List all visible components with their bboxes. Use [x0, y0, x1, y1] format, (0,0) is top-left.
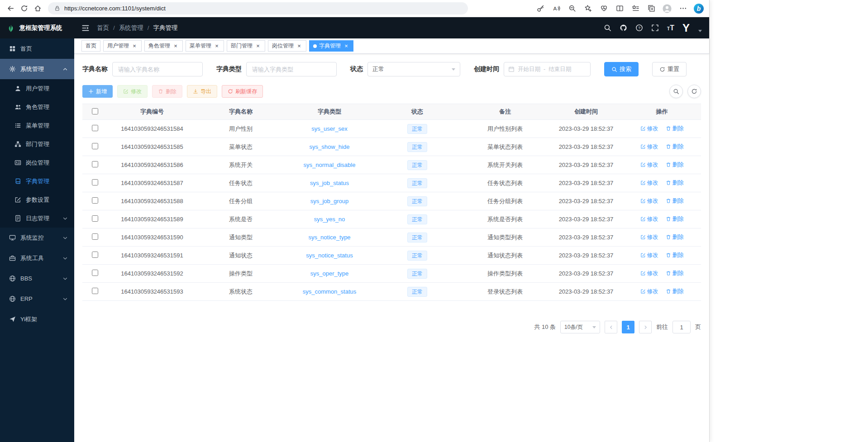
- delete-button[interactable]: 删除: [152, 85, 182, 98]
- font-size-button[interactable]: TT: [667, 24, 674, 32]
- dict-type-link[interactable]: sys_job_group: [310, 198, 349, 204]
- edit-button[interactable]: 修改: [117, 85, 148, 98]
- bing-chat-button[interactable]: b: [692, 2, 706, 15]
- refresh-table-button[interactable]: [687, 85, 701, 98]
- page-size-select[interactable]: 10条/页: [560, 321, 600, 333]
- user-logo[interactable]: Y: [682, 23, 689, 33]
- tab-home[interactable]: 首页: [81, 40, 100, 52]
- dict-type-link[interactable]: sys_job_status: [310, 180, 349, 186]
- row-edit-link[interactable]: 修改: [640, 215, 658, 223]
- address-bar[interactable]: https://ccnetcore.com:1101/system/dict: [48, 2, 468, 14]
- row-delete-link[interactable]: 删除: [666, 233, 684, 241]
- row-edit-link[interactable]: 修改: [640, 233, 658, 241]
- tab-close-icon[interactable]: [255, 43, 261, 49]
- row-edit-link[interactable]: 修改: [640, 179, 658, 187]
- dict-name-input[interactable]: [112, 62, 203, 76]
- export-button[interactable]: 导出: [187, 85, 217, 98]
- goto-page-input[interactable]: [672, 321, 691, 333]
- sidebar-item-home[interactable]: 首页: [0, 38, 74, 59]
- browser-essentials-button[interactable]: [597, 2, 610, 15]
- sidebar-toggle-button[interactable]: [81, 24, 90, 32]
- sidebar-item-log-mgmt[interactable]: 日志管理: [0, 209, 74, 228]
- row-checkbox[interactable]: [92, 233, 98, 240]
- favorites-button[interactable]: [629, 2, 642, 15]
- sidebar-item-param-settings[interactable]: 参数设置: [0, 190, 74, 209]
- sidebar-item-yi-framework[interactable]: Yi框架: [0, 309, 74, 329]
- row-checkbox[interactable]: [92, 161, 98, 167]
- row-delete-link[interactable]: 删除: [666, 125, 684, 133]
- reset-button[interactable]: 重置: [652, 62, 687, 76]
- page-1-button[interactable]: 1: [622, 321, 634, 333]
- next-page-button[interactable]: [639, 321, 652, 333]
- header-search-button[interactable]: [604, 24, 611, 32]
- tab-close-icon[interactable]: [296, 43, 302, 49]
- sidebar-item-menu-mgmt[interactable]: 菜单管理: [0, 116, 74, 135]
- tab-close-icon[interactable]: [214, 43, 220, 49]
- sidebar-item-system-monitor[interactable]: 系统监控: [0, 228, 74, 248]
- status-select[interactable]: 正常: [367, 62, 460, 76]
- tab-role-mgmt[interactable]: 角色管理: [144, 40, 183, 52]
- dict-type-link[interactable]: sys_yes_no: [314, 216, 345, 223]
- tab-dept-mgmt[interactable]: 部门管理: [227, 40, 265, 52]
- browser-back-button[interactable]: [4, 2, 17, 15]
- row-edit-link[interactable]: 修改: [640, 288, 658, 295]
- dict-type-input[interactable]: [246, 62, 337, 76]
- row-edit-link[interactable]: 修改: [640, 161, 658, 169]
- sidebar-item-erp[interactable]: ERP: [0, 289, 74, 309]
- breadcrumb-item-system[interactable]: 系统管理: [119, 24, 143, 32]
- row-delete-link[interactable]: 删除: [666, 161, 684, 169]
- tab-user-mgmt[interactable]: 用户管理: [103, 40, 142, 52]
- github-link-button[interactable]: [620, 24, 627, 32]
- row-delete-link[interactable]: 删除: [666, 252, 684, 259]
- read-aloud-button[interactable]: A: [549, 2, 563, 15]
- tab-close-icon[interactable]: [131, 43, 138, 49]
- row-checkbox[interactable]: [92, 252, 98, 258]
- row-delete-link[interactable]: 删除: [666, 197, 684, 205]
- browser-refresh-button[interactable]: [17, 2, 31, 15]
- row-checkbox[interactable]: [92, 125, 98, 131]
- prev-page-button[interactable]: [605, 321, 617, 333]
- date-range-picker[interactable]: 开始日期 - 结束日期: [504, 62, 591, 76]
- sidebar-item-system-tools[interactable]: 系统工具: [0, 248, 74, 268]
- sidebar-item-dept-mgmt[interactable]: 部门管理: [0, 135, 74, 153]
- row-edit-link[interactable]: 修改: [640, 125, 658, 133]
- row-checkbox[interactable]: [92, 179, 98, 185]
- row-checkbox[interactable]: [92, 143, 98, 149]
- dict-type-link[interactable]: sys_show_hide: [310, 143, 350, 150]
- toggle-search-button[interactable]: [669, 85, 683, 98]
- row-checkbox[interactable]: [92, 215, 98, 222]
- split-screen-button[interactable]: [613, 2, 626, 15]
- sidebar-item-bbs[interactable]: BBS: [0, 268, 74, 289]
- zoom-button[interactable]: [565, 2, 579, 15]
- row-checkbox[interactable]: [92, 270, 98, 276]
- sidebar-item-role-mgmt[interactable]: 角色管理: [0, 98, 74, 116]
- tab-dict-mgmt[interactable]: 字典管理: [309, 40, 353, 52]
- add-favorite-button[interactable]: [581, 2, 595, 15]
- search-button[interactable]: 搜索: [604, 62, 639, 76]
- passwords-button[interactable]: [534, 2, 547, 15]
- help-button[interactable]: ?: [635, 24, 643, 32]
- row-delete-link[interactable]: 删除: [666, 143, 684, 151]
- row-checkbox[interactable]: [92, 197, 98, 204]
- browser-home-button[interactable]: [31, 2, 44, 15]
- sidebar-item-dict-mgmt[interactable]: 字典管理: [0, 172, 74, 190]
- settings-more-button[interactable]: [676, 2, 690, 15]
- refresh-cache-button[interactable]: 刷新缓存: [222, 85, 263, 98]
- add-button[interactable]: 新增: [82, 85, 113, 98]
- row-delete-link[interactable]: 删除: [666, 179, 684, 187]
- row-delete-link[interactable]: 删除: [666, 215, 684, 223]
- tab-post-mgmt[interactable]: 岗位管理: [268, 40, 306, 52]
- row-edit-link[interactable]: 修改: [640, 143, 658, 151]
- select-all-checkbox[interactable]: [92, 108, 98, 114]
- tab-close-icon[interactable]: [172, 43, 179, 49]
- row-edit-link[interactable]: 修改: [640, 270, 658, 277]
- dict-type-link[interactable]: sys_user_sex: [311, 125, 347, 132]
- tab-menu-mgmt[interactable]: 菜单管理: [186, 40, 224, 52]
- dict-type-link[interactable]: sys_notice_type: [308, 234, 350, 241]
- row-delete-link[interactable]: 删除: [666, 288, 684, 295]
- row-delete-link[interactable]: 删除: [666, 270, 684, 277]
- dict-type-link[interactable]: sys_oper_type: [310, 270, 349, 277]
- breadcrumb-item-home[interactable]: 首页: [97, 24, 109, 32]
- profile-button[interactable]: [660, 2, 674, 15]
- collections-button[interactable]: [644, 2, 658, 15]
